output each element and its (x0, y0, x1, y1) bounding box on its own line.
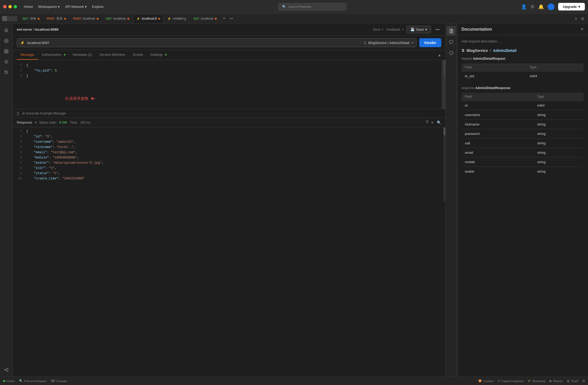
nav-explore[interactable]: Explore (92, 5, 104, 9)
tab-get-localhost2[interactable]: GET localhost (190, 14, 220, 23)
cookies-button[interactable]: 🍪 Cookies (478, 379, 494, 383)
table-row: salt string (462, 139, 584, 148)
online-dot-icon (3, 380, 5, 382)
url-bar: ⚡ localhost:9087 ⇅ BlogService / Admin2D… (13, 36, 445, 50)
field-type: string (534, 110, 584, 120)
sidebar-icon-mock[interactable] (2, 57, 11, 67)
format-icon[interactable]: {} (17, 111, 19, 116)
sidebar-icon-history[interactable] (2, 68, 11, 77)
avatar[interactable] (548, 3, 554, 10)
tabs-bar: GET 详情 POST 登录 POST localhost GET localh… (0, 14, 588, 24)
save-button[interactable]: 💾 Save ▾ (406, 26, 431, 33)
titlebar: Home Workspaces ▾ API Network ▾ Explore … (0, 0, 588, 14)
url-input-wrapper[interactable]: ⚡ localhost:9087 ⇅ BlogService / Admin2D… (17, 38, 417, 47)
capture-requests-button[interactable]: ⊡ Capture requests (498, 379, 523, 383)
resp-line-6: 6 "mobile": "18666666666", (13, 156, 445, 161)
tabs-more-button[interactable]: ••• (228, 15, 235, 21)
tab-message[interactable]: Message (17, 50, 38, 60)
collapse-panel-button[interactable]: ▲ (438, 53, 441, 57)
nav-workspaces[interactable]: Workspaces ▾ (38, 5, 60, 9)
type-column-header: Type (526, 63, 584, 72)
layout-button[interactable]: ⊞ (582, 379, 585, 383)
resp-line-2: 2 "id": "5", (13, 135, 445, 140)
resp-line-9: 9 "status": "1", (13, 171, 445, 177)
documentation-panel-header: Documentation ✕ (457, 24, 588, 35)
response-filter-button[interactable] (425, 120, 429, 125)
tab-post-localhost[interactable]: POST localhost (70, 14, 102, 23)
close-window-button[interactable] (3, 5, 7, 8)
notifications-icon[interactable]: 🔔 (538, 4, 544, 10)
view-toggle-1[interactable] (2, 16, 7, 21)
response-collapse-button[interactable]: ▾ (35, 120, 37, 124)
new-tab-button[interactable]: + (221, 15, 228, 22)
save-icon: 💾 (410, 28, 415, 31)
response-time-value: 104 ms (80, 121, 90, 124)
resp-line-10: 10 "create_time": "1662222060" (13, 177, 445, 182)
sidebar-icon-environments[interactable] (2, 47, 11, 56)
tab-untitled-grpc[interactable]: ⚡ Untitled g (164, 14, 189, 23)
grpc-icon: ⚡ (20, 41, 25, 45)
sidebar-icon-collections[interactable] (2, 26, 11, 35)
tab-grpc-active[interactable]: ⚡ localhost:8 (133, 14, 164, 23)
response-type-name: Admin2DetailResponse (475, 86, 510, 90)
panel-icon-comments[interactable] (447, 37, 456, 47)
nav-api-network[interactable]: API Network ▾ (65, 5, 87, 9)
tab-get-detail[interactable]: GET 详情 (19, 14, 43, 23)
response-chevron-button[interactable]: ▾ (431, 120, 433, 125)
maximize-window-button[interactable] (14, 5, 17, 8)
nav-home[interactable]: Home (24, 5, 33, 9)
layout-button[interactable]: ⊞ (580, 15, 586, 22)
documentation-panel-title: Documentation (461, 27, 578, 32)
response-code-editor[interactable]: 1 { 2 "id": "5", 3 "username": "admin22"… (13, 127, 445, 201)
tab-authorization[interactable]: Authorization (38, 50, 69, 60)
tab-metadata[interactable]: Metadata (2) (69, 50, 96, 60)
search-icon: 🔍 (282, 5, 286, 9)
runner-button[interactable]: ▶ Runner (550, 379, 563, 383)
method-arrows: ⇅ (363, 41, 366, 45)
view-toggle-2[interactable] (8, 16, 17, 21)
tab-settings[interactable]: Settings (147, 50, 170, 60)
more-options-button[interactable]: ••• (434, 26, 441, 33)
online-label: Online (7, 380, 15, 383)
docs-link[interactable]: Docs ↗ (373, 28, 384, 31)
generate-example-button[interactable]: ⊞ Generate Example Message (22, 112, 66, 115)
response-scrollbar[interactable] (443, 127, 445, 201)
documentation-close-button[interactable]: ✕ (580, 27, 584, 32)
field-name: to_aid (462, 72, 527, 81)
panel-icon-doc[interactable] (447, 26, 456, 36)
method-selector[interactable]: ⇅ BlogService / Admin2Detail ▾ (360, 41, 413, 45)
sidebar-icon-graph[interactable] (2, 365, 11, 375)
field-type: string (534, 167, 584, 176)
settings-icon[interactable]: ⚙ (530, 4, 535, 10)
tab-get-localhost[interactable]: GET localhost (102, 14, 133, 23)
upgrade-button[interactable]: Upgrade ▾ (558, 3, 585, 10)
search-bar[interactable]: 🔍 Search Postman (278, 3, 346, 10)
trash-button[interactable]: 🗑 Trash (567, 380, 578, 383)
bootcamp-button[interactable]: 🎓 Bootcamp (528, 379, 546, 383)
tab-scripts[interactable]: Scripts (129, 50, 147, 60)
request-header: ent-serve / localhost:8089 Docs ↗ Feedba… (13, 24, 445, 36)
tab-post-login[interactable]: POST 登录 (43, 14, 69, 23)
panel-icon-info[interactable] (447, 48, 456, 58)
field-type: int64 (534, 101, 584, 110)
team-icon[interactable]: 👤 (521, 4, 527, 10)
table-row: username string (462, 110, 584, 120)
add-description-field[interactable]: Add request description... (461, 39, 584, 43)
svg-rect-2 (4, 31, 8, 32)
response-search-button[interactable]: 🔍 (437, 120, 441, 125)
code-editor[interactable]: 1 { 2 "to_aid": 5 3 } (13, 60, 445, 109)
find-replace-button[interactable]: 🔍 Find and Replace (19, 379, 47, 383)
tab-service-definition[interactable]: Service definition (96, 50, 129, 60)
minimize-window-button[interactable] (8, 5, 12, 8)
console-button[interactable]: ⌨ Console (51, 379, 67, 383)
capture-icon: ⊡ (498, 379, 500, 383)
sidebar-icon-api[interactable] (2, 36, 11, 46)
online-status[interactable]: Online (3, 380, 15, 383)
tab-right-controls: ▾ ⊞ (574, 15, 586, 22)
field-type: string (534, 129, 584, 139)
tab-chevron-down[interactable]: ▾ (574, 16, 579, 22)
feedback-button[interactable]: Feedback ↗ (386, 28, 404, 31)
field-name: nickname (462, 120, 534, 129)
invoke-button[interactable]: Invoke (419, 38, 441, 47)
editor-right-border (442, 60, 445, 109)
